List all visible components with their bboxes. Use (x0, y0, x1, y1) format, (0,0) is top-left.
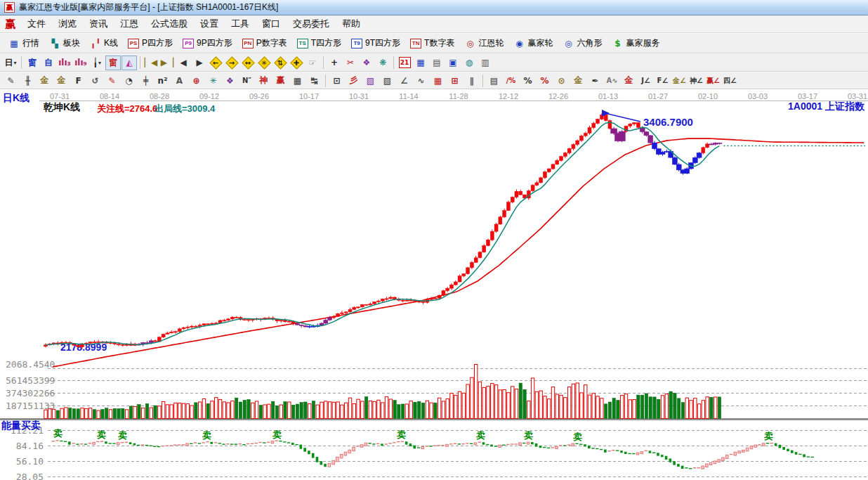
gold-grid-up-tool-button[interactable]: 金 (37, 74, 53, 88)
p-square-button[interactable]: PSP四方形 (124, 35, 177, 51)
menu-item-0[interactable]: 文件 (21, 15, 52, 32)
hexagon-button[interactable]: ◎六角形 (558, 35, 606, 51)
red-grid-tool-button[interactable]: ▦ (430, 74, 446, 88)
p9-square-button[interactable]: P99P四方形 (178, 35, 237, 51)
web-grid-tool-button[interactable]: ❖ (222, 74, 238, 88)
info-view-button[interactable]: 自 (41, 56, 56, 70)
menu-item-8[interactable]: 交易委托 (287, 15, 336, 32)
gann-compass-tool-button[interactable]: ⊕ (188, 74, 204, 88)
calculator-button[interactable]: ▦ (413, 56, 428, 70)
draw-pen-tool-button[interactable]: ✎ (3, 74, 19, 88)
p-number-button[interactable]: PNP数字表 (238, 35, 291, 51)
t9-square-button[interactable]: T99T四方形 (347, 35, 405, 51)
percent-slash-tool-button[interactable]: ∕% (503, 74, 519, 88)
prev-bar-button[interactable]: ◀ (176, 56, 191, 70)
k-quote-tool-button[interactable]: N″ (239, 74, 255, 88)
ruler-grid-tool-button[interactable]: ╪ (138, 74, 154, 88)
menu-item-9[interactable]: 帮助 (336, 15, 367, 32)
bar-width-tool-button[interactable]: ↹ (306, 74, 322, 88)
svg-text:12-12: 12-12 (499, 92, 518, 100)
percent-tool-button[interactable]: % (520, 74, 536, 88)
save-button[interactable]: ▣ (445, 56, 461, 70)
expand-horizontal-button[interactable]: ↔ (240, 56, 256, 70)
box-tool-tool-button[interactable]: ⊡ (329, 74, 345, 88)
percent-line-tool-button[interactable]: % (537, 74, 553, 88)
angle-gold-tool-button[interactable]: 金∠ (671, 74, 688, 88)
star-web-tool-button[interactable]: ✳ (205, 74, 221, 88)
menu-item-3[interactable]: 江恩 (114, 15, 145, 32)
wave-tool-tool-button[interactable]: ∿ (413, 74, 429, 88)
gann-wheel-icon: ◎ (464, 38, 475, 49)
winner-wheel-button[interactable]: ◉赢家轮 (509, 35, 557, 51)
title-bar[interactable]: 赢 赢家江恩专业版[赢家内部服务平台] - [上证指数 SH1A0001-167… (0, 0, 868, 15)
gold-circle-tool-button[interactable]: ⊙ (553, 74, 570, 88)
shift-left-button[interactable]: ← (208, 56, 223, 70)
ink-pen-tool-button[interactable]: ✒ (587, 74, 603, 88)
a-angle-tool-button[interactable]: A (171, 74, 188, 88)
kline-button[interactable]: ╻╹K线 (86, 35, 122, 51)
expand-vertical-button[interactable]: ⇅ (272, 56, 288, 70)
next-bar-button[interactable]: ▶ (192, 56, 207, 70)
last-bar-button[interactable]: ▶▕ (159, 56, 175, 70)
angle-f-tool-button[interactable]: F∠ (655, 74, 671, 88)
pattern-tool-button[interactable]: ❋ (375, 56, 390, 70)
f-grid-tool-button[interactable]: F (70, 74, 86, 88)
parallel-lines-tool-button[interactable]: ∥ (463, 74, 480, 88)
cut-button[interactable]: ✂ (343, 56, 358, 70)
quotes-button[interactable]: ▦行情 (4, 35, 44, 51)
mark-pen-tool-button[interactable]: ✎ (104, 74, 120, 88)
color-kline-button[interactable]: ◭ (121, 56, 137, 70)
period-day-button[interactable]: 日▾ (3, 56, 18, 70)
angle-ying-tool-button[interactable]: 赢∠ (705, 74, 721, 88)
ray-fan-tool-button[interactable]: 彡 (346, 74, 362, 88)
shade-grid-tool-button[interactable]: ▧ (379, 74, 395, 88)
gold-red-tool-button[interactable]: 金 (621, 74, 637, 88)
t9-square-icon: T9 (351, 39, 362, 48)
menu-item-1[interactable]: 浏览 (52, 15, 83, 32)
ying-grid-tool-button[interactable]: 赢 (272, 74, 289, 88)
bars-3-button[interactable]: ılı₃ (57, 56, 72, 70)
angle-shen-tool-button[interactable]: 神∠ (688, 74, 704, 88)
calendar-button[interactable]: 21 (397, 56, 412, 70)
shen-grid-tool-button[interactable]: 神 (256, 74, 272, 88)
gold-grid-down-tool-button[interactable]: 金 (53, 74, 70, 88)
gold-lines-tool-button[interactable]: 金 (570, 74, 586, 88)
menu-item-6[interactable]: 工具 (225, 15, 256, 32)
menu-item-7[interactable]: 窗口 (256, 15, 287, 32)
expand-all-button[interactable]: ✚ (289, 56, 304, 70)
ribbon-tool-button[interactable]: ❖ (359, 56, 374, 70)
winner-service-button[interactable]: $赢家服务 (607, 35, 664, 51)
candle-style-button[interactable]: ╽▾ (89, 56, 105, 70)
menu-item-4[interactable]: 公式选股 (145, 15, 194, 32)
angle-si-tool-button[interactable]: 四∠ (722, 74, 738, 88)
notes-button[interactable]: ▤ (429, 56, 445, 70)
angle-rays-tool-button[interactable]: ∠ (396, 74, 412, 88)
shift-right-button[interactable]: → (224, 56, 239, 70)
grid-123-tool-button[interactable]: ▦ (289, 74, 305, 88)
kline-window-button[interactable]: 窗 (105, 56, 121, 70)
t-number-button[interactable]: TNT数字表 (406, 35, 459, 51)
diag-grid-tool-button[interactable]: ▨ (362, 74, 379, 88)
red-cross-grid-tool-button[interactable]: ⊞ (447, 74, 463, 88)
workstation-button[interactable]: ▥ (478, 56, 493, 70)
angle-j-tool-button[interactable]: J∠ (638, 74, 654, 88)
n-square-tool-button[interactable]: n² (154, 74, 171, 88)
spiral-tool-button[interactable]: ↺ (87, 74, 103, 88)
compress-bars-button[interactable]: ✳ (256, 56, 272, 70)
wave-a-tool-button[interactable]: A∿ (604, 74, 620, 88)
menu-item-2[interactable]: 资讯 (83, 15, 114, 32)
menu-item-5[interactable]: 设置 (194, 15, 225, 32)
mail-service-button[interactable]: ◍ (461, 56, 477, 70)
pan-hand-button[interactable]: ☞ (305, 56, 320, 70)
first-bar-button[interactable]: ▏◀ (143, 56, 159, 70)
gann-grid-tool-button[interactable]: ╫ (20, 74, 36, 88)
sectors-button[interactable]: ▚板块 (45, 35, 84, 51)
crosshair-button[interactable]: + (327, 56, 342, 70)
kline-chart[interactable]: 07-3108-1408-2809-1209-2610-1710-3111-14… (0, 89, 868, 480)
gann-wheel-button[interactable]: ◎江恩轮 (460, 35, 508, 51)
gann-dial-tool-button[interactable]: ◔ (121, 74, 137, 88)
t-square-button[interactable]: TST四方形 (293, 35, 346, 51)
bars-9-button[interactable]: ılı₉ (73, 56, 88, 70)
indicator-window-button[interactable]: 窗 (25, 56, 40, 70)
scale-table-tool-button[interactable]: ▤ (486, 74, 502, 88)
